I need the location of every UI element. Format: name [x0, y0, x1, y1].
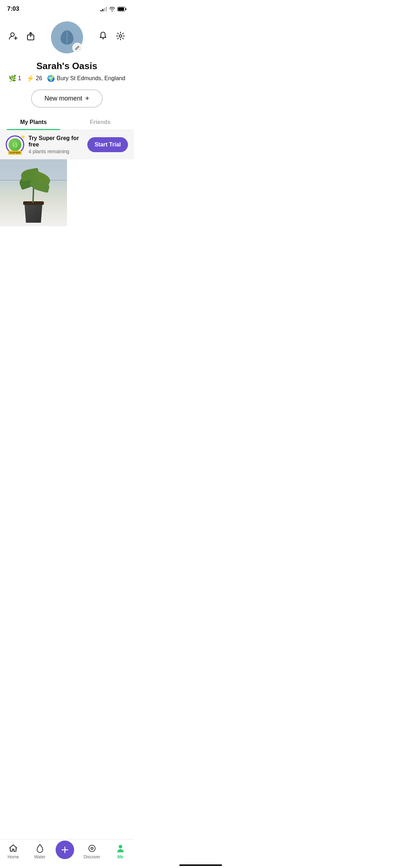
add-friend-icon — [9, 31, 18, 41]
avatar — [51, 21, 83, 53]
super-greg-banner: SUPER ⭐ Try Super Greg for free 4 plants… — [0, 130, 134, 159]
plus-icon: + — [85, 94, 89, 103]
leaf-stat: 🌿 1 — [9, 74, 21, 82]
svg-point-3 — [11, 33, 14, 36]
battery-icon — [117, 7, 127, 11]
super-badge: SUPER — [8, 151, 22, 155]
svg-rect-2 — [125, 8, 127, 10]
super-text: Try Super Greg for free 4 plants remaini… — [29, 135, 83, 154]
status-icons — [101, 6, 127, 11]
edit-avatar-button[interactable] — [72, 43, 82, 53]
leaf-avatar-icon — [58, 27, 76, 47]
header-left — [7, 30, 36, 42]
header-row — [0, 16, 134, 56]
plant-card[interactable] — [0, 159, 67, 226]
header-right — [97, 30, 127, 42]
mascot-body — [9, 138, 21, 151]
points-stat: ⚡ 26 — [26, 74, 42, 82]
tab-my-plants[interactable]: My Plants — [0, 115, 67, 130]
notifications-button[interactable] — [97, 30, 109, 42]
new-moment-button[interactable]: New moment + — [31, 89, 103, 108]
wifi-icon — [109, 7, 115, 11]
plant-grid — [0, 159, 134, 226]
bell-icon — [99, 31, 107, 41]
super-subtitle: 4 plants remaining — [29, 149, 83, 154]
signal-icon — [101, 6, 107, 11]
share-icon — [26, 31, 35, 41]
tabs-row: My Plants Friends — [0, 115, 134, 130]
globe-icon: 🌍 — [47, 74, 55, 82]
location-stat: 🌍 Bury St Edmunds, England — [47, 74, 125, 82]
svg-point-7 — [119, 35, 122, 37]
profile-name: Sarah's Oasis — [0, 61, 134, 72]
new-moment-label: New moment — [45, 95, 82, 102]
points-count: 26 — [36, 75, 42, 82]
lightning-icon: ⚡ — [26, 74, 34, 82]
stats-row: 🌿 1 ⚡ 26 🌍 Bury St Edmunds, England — [0, 74, 134, 82]
gear-icon — [116, 31, 125, 41]
mascot-leaf-icon — [11, 141, 19, 149]
add-friend-button[interactable] — [7, 30, 19, 42]
pencil-icon — [75, 45, 80, 50]
leaf-icon: 🌿 — [9, 74, 16, 82]
tab-friends[interactable]: Friends — [67, 115, 134, 130]
status-bar: 7:03 — [0, 0, 134, 16]
leaf-count: 1 — [18, 75, 21, 82]
avatar-container — [51, 21, 83, 53]
location-text: Bury St Edmunds, England — [57, 75, 125, 82]
stars-icon: ⭐ — [21, 135, 25, 139]
settings-button[interactable] — [114, 30, 127, 42]
svg-rect-1 — [118, 7, 124, 11]
super-title: Try Super Greg for free — [29, 135, 83, 148]
status-time: 7:03 — [7, 5, 19, 12]
start-trial-button[interactable]: Start Trial — [87, 137, 128, 152]
super-greg-mascot: SUPER ⭐ — [6, 135, 24, 154]
share-button[interactable] — [25, 30, 36, 42]
